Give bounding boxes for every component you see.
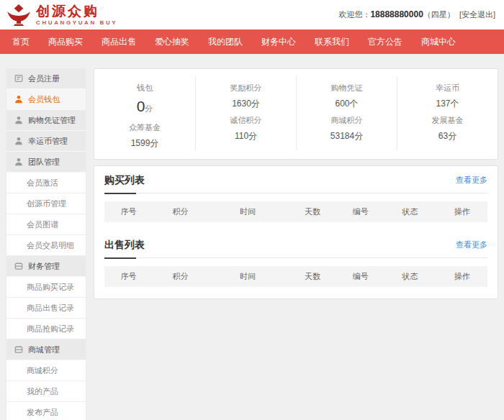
sell-list-title: 出售列表 <box>104 239 145 252</box>
sidebar-item-sale-records[interactable]: 商品出售记录 <box>6 298 86 319</box>
nav-item-my-team[interactable]: 我的团队 <box>199 29 252 54</box>
column-header: 序号 <box>104 206 153 217</box>
logo-text: 创源众购 CHUANGYUAN BUY <box>36 4 117 26</box>
stat-value: 110分 <box>196 130 296 142</box>
column-header: 天数 <box>287 271 338 282</box>
nav-item-home[interactable]: 首页 <box>3 29 39 54</box>
sidebar-item-purchase-records[interactable]: 商品购买记录 <box>6 277 86 298</box>
mall-icon <box>14 345 23 354</box>
sidebar-item-member-transactions[interactable]: 会员交易明细 <box>6 235 86 256</box>
nav-item-product-sell[interactable]: 商品出售 <box>92 29 145 54</box>
sidebar-item-label: 商品抢购记录 <box>27 324 74 334</box>
stat-col-lucky-coin: 幸运币 137个 发展基金 63分 <box>397 76 498 150</box>
column-header: 时间 <box>208 271 287 282</box>
sidebar-item-member-register[interactable]: 会员注册 <box>6 68 86 89</box>
buy-list-more-link[interactable]: 查看更多 <box>456 175 487 186</box>
header: 创源众购 CHUANGYUAN BUY 欢迎您：18888880000（四星） … <box>0 0 504 29</box>
wallet-stats-panel: 钱包 0分 众筹基金 1599分 奖励积分 1630分 诚信积分 110分 购物… <box>94 68 498 160</box>
sidebar-item-label: 发布产品 <box>27 407 58 418</box>
sidebar-item-label: 购物凭证管理 <box>28 115 76 126</box>
column-header: 积分 <box>153 206 209 217</box>
sidebar-item-member-activation[interactable]: 会员激活 <box>6 173 86 193</box>
sidebar-item-label: 会员钱包 <box>28 94 60 105</box>
sidebar-item-label: 商城积分 <box>27 365 58 376</box>
sidebar-item-label: 会员交易明细 <box>27 240 74 251</box>
nav-item-product-buy[interactable]: 商品购买 <box>39 29 92 54</box>
nav-item-mall-center[interactable]: 商城中心 <box>412 29 465 54</box>
sell-list-more-link[interactable]: 查看更多 <box>456 239 487 250</box>
buy-list-title: 购买列表 <box>104 174 145 187</box>
main-nav: 首页 商品购买 商品出售 爱心抽奖 我的团队 财务中心 联系我们 官方公告 商城… <box>0 29 504 54</box>
nav-item-contact-us[interactable]: 联系我们 <box>305 29 359 54</box>
stat-label: 发展基金 <box>397 115 498 126</box>
register-form-icon <box>14 74 23 83</box>
stat-label: 幸运币 <box>397 83 498 93</box>
stat-label: 众筹基金 <box>94 122 195 133</box>
sidebar-item-my-products[interactable]: 我的产品 <box>6 381 86 402</box>
welcome-bar: 欢迎您：18888880000（四星） [安全退出] <box>338 9 495 20</box>
column-header: 编号 <box>338 206 383 217</box>
user-icon <box>14 95 23 104</box>
stat-col-wallet: 钱包 0分 众筹基金 1599分 <box>94 76 195 150</box>
sidebar-item-mall-points[interactable]: 商城积分 <box>6 360 86 381</box>
nav-item-lottery[interactable]: 爱心抽奖 <box>145 29 199 54</box>
user-icon <box>14 116 23 124</box>
sidebar-item-publish-product[interactable]: 发布产品 <box>6 402 86 420</box>
sidebar-item-lucky-coin-management[interactable]: 幸运币管理 <box>6 131 86 152</box>
welcome-level: （四星） <box>423 10 455 19</box>
column-header: 编号 <box>338 271 383 282</box>
section-divider <box>104 193 487 194</box>
sidebar-item-voucher-management[interactable]: 购物凭证管理 <box>6 110 86 131</box>
logo-subtitle: CHUANGYUAN BUY <box>36 19 117 26</box>
sidebar-item-member-graph[interactable]: 会员图谱 <box>6 214 86 235</box>
column-header: 序号 <box>104 271 153 282</box>
sidebar-item-member-wallet[interactable]: 会员钱包 <box>6 89 86 110</box>
stat-value: 137个 <box>397 98 498 110</box>
logout-link[interactable]: [安全退出] <box>459 10 495 19</box>
sidebar-item-finance-management[interactable]: 财务管理 <box>6 256 86 277</box>
stat-value-wallet: 0分 <box>94 98 195 117</box>
sidebar-item-label: 会员注册 <box>28 73 60 84</box>
main-panel: 钱包 0分 众筹基金 1599分 奖励积分 1630分 诚信积分 110分 购物… <box>94 68 498 299</box>
buy-list-header: 购买列表 查看更多 <box>104 168 487 193</box>
sidebar-item-label: 创源币管理 <box>27 198 66 209</box>
stat-col-reward-points: 奖励积分 1630分 诚信积分 110分 <box>195 76 296 150</box>
column-header: 操作 <box>437 271 487 282</box>
stat-value: 1630分 <box>196 98 296 110</box>
sell-list-section: 出售列表 查看更多 序号 积分 时间 天数 编号 状态 操作 <box>104 232 487 287</box>
welcome-prefix: 欢迎您： <box>338 10 370 19</box>
stat-unit: 分 <box>145 104 153 113</box>
sell-table-header-row: 序号 积分 时间 天数 编号 状态 操作 <box>104 266 487 287</box>
sidebar-item-label: 商品购买记录 <box>27 282 74 293</box>
column-header: 状态 <box>384 206 437 217</box>
lists-panel: 购买列表 查看更多 序号 积分 时间 天数 编号 状态 操作 出售列表 <box>94 165 498 299</box>
sidebar-item-mall-management[interactable]: 商城管理 <box>6 339 86 360</box>
sidebar-item-label: 会员图谱 <box>27 219 58 230</box>
sidebar-item-label: 团队管理 <box>28 157 60 168</box>
sell-list-header: 出售列表 查看更多 <box>104 232 487 257</box>
content: 会员注册 会员钱包 购物凭证管理 幸运币管理 团队管理 <box>0 54 504 420</box>
nav-item-finance-center[interactable]: 财务中心 <box>252 29 305 54</box>
column-header: 状态 <box>384 271 437 282</box>
stat-label: 诚信积分 <box>196 115 296 126</box>
logo[interactable]: 创源众购 CHUANGYUAN BUY <box>6 4 117 27</box>
sidebar-item-label: 财务管理 <box>28 261 60 272</box>
sidebar-item-label: 商城管理 <box>28 344 60 355</box>
welcome-phone: 18888880000 <box>370 9 423 19</box>
sidebar-item-label: 我的产品 <box>27 386 58 397</box>
sidebar-item-label: 商品出售记录 <box>27 303 74 314</box>
stat-value: 1599分 <box>94 137 195 150</box>
stat-value: 63分 <box>397 130 498 142</box>
stat-col-shopping-voucher: 购物凭证 600个 商城积分 53184分 <box>296 76 397 150</box>
sidebar-item-team-management[interactable]: 团队管理 <box>6 152 86 173</box>
stat-value: 53184分 <box>297 130 397 142</box>
nav-item-announcements[interactable]: 官方公告 <box>359 29 412 54</box>
sidebar-item-rush-buy-records[interactable]: 商品抢购记录 <box>6 319 86 339</box>
user-icon <box>14 158 23 166</box>
stat-label: 钱包 <box>94 83 195 93</box>
sidebar-item-label: 会员激活 <box>27 178 58 188</box>
buy-table-header-row: 序号 积分 时间 天数 编号 状态 操作 <box>104 201 487 222</box>
buy-list-section: 购买列表 查看更多 序号 积分 时间 天数 编号 状态 操作 <box>104 168 487 222</box>
sidebar-item-cy-coin-management[interactable]: 创源币管理 <box>6 193 86 214</box>
logo-icon <box>6 4 32 27</box>
